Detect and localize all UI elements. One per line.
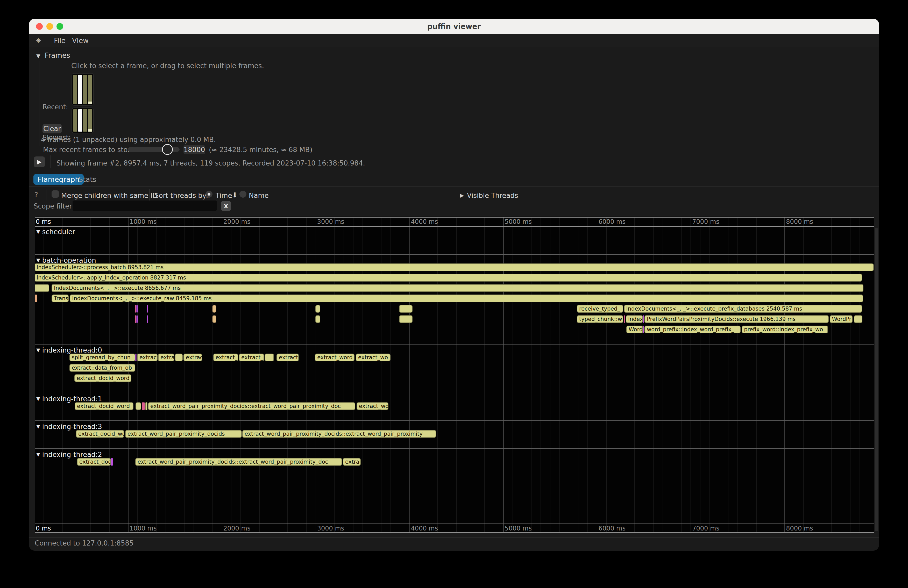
flamegraph-span-IndexDocuments_[interactable]: IndexDocuments<_, _>::execute_prefix_dat…: [624, 305, 862, 313]
flamegraph-span-extract[interactable]: extract: [277, 353, 299, 361]
flamegraph-span-extract_[interactable]: extract_: [239, 353, 264, 361]
help-button[interactable]: ?: [34, 191, 38, 199]
flamegraph-span[interactable]: [147, 305, 148, 313]
flamegraph-span[interactable]: [35, 245, 35, 253]
flamegraph-span-typed_chunk::w[interactable]: typed_chunk::w: [577, 315, 623, 323]
thread-header-batch-operation[interactable]: ▼batch-operation: [36, 257, 96, 264]
visible-threads-header[interactable]: Visible Threads: [467, 192, 518, 199]
flamegraph-span[interactable]: [175, 353, 183, 361]
menu-view[interactable]: View: [72, 37, 89, 45]
flamegraph-span[interactable]: [624, 315, 625, 323]
thread-header-indexing-thread:3[interactable]: ▼indexing-thread:3: [36, 423, 102, 431]
flamegraph-span-extract_word_pair_proximity_docids::extr[interactable]: extract_word_pair_proximity_docids::extr…: [242, 430, 436, 438]
flamegraph-span-word_prefix::index_word_prefix_[interactable]: word_prefix::index_word_prefix_: [644, 326, 741, 333]
flamegraph-span-extract_word_pair_proximity_docids[interactable]: extract_word_pair_proximity_docids: [125, 430, 242, 438]
flamegraph-span[interactable]: [111, 458, 113, 466]
flamegraph-span-index[interactable]: index: [626, 315, 643, 323]
vertical-scrollbar[interactable]: [875, 228, 878, 531]
flamegraph-span-split_grenad_by_chun[interactable]: split_grenad_by_chun: [69, 353, 135, 361]
collapse-icon: ▼: [36, 257, 40, 263]
flamegraph-span[interactable]: [35, 294, 37, 302]
flamegraph-span-extract[interactable]: extract: [137, 353, 158, 361]
flamegraph-span-extract_doc[interactable]: extract_doc: [77, 458, 111, 466]
flamegraph-span[interactable]: [136, 305, 138, 313]
frames-section-header[interactable]: ▼ Frames: [36, 51, 70, 59]
thread-header-indexing-thread:2[interactable]: ▼indexing-thread:2: [36, 451, 102, 458]
merge-children-checkbox[interactable]: [52, 190, 59, 198]
flamegraph-span-Trans[interactable]: Trans: [52, 294, 69, 302]
merge-children-label[interactable]: Merge children with same ID: [61, 192, 158, 199]
menu-file[interactable]: File: [54, 37, 66, 45]
clear-button[interactable]: Clear: [42, 124, 62, 133]
flamegraph-span[interactable]: [212, 305, 216, 313]
flamegraph-span-extract_wo[interactable]: extract_wo: [356, 353, 391, 361]
scope-filter-clear-button[interactable]: x: [221, 201, 231, 211]
title-bar[interactable]: puffin viewer: [29, 19, 879, 34]
divider: [149, 189, 150, 201]
flamegraph-span-extract_[interactable]: extract_: [213, 353, 238, 361]
flamegraph-span-extract_wo[interactable]: extract_wo: [357, 402, 388, 410]
menu-bar: ✳ File View: [29, 34, 879, 47]
flamegraph-span-extract_docid_word[interactable]: extract_docid_word: [76, 430, 124, 438]
flamegraph-span[interactable]: [316, 305, 320, 313]
sort-time-radio[interactable]: [206, 191, 213, 198]
visible-threads-collapse-icon[interactable]: ▶: [460, 192, 464, 198]
thread-header-scheduler[interactable]: ▼scheduler: [36, 228, 75, 236]
axis-tick-label: 6000 ms: [598, 218, 626, 225]
flamegraph-span-extrac[interactable]: extrac: [184, 353, 202, 361]
flamegraph-span[interactable]: [643, 326, 644, 333]
flamegraph-span[interactable]: [142, 402, 145, 410]
flamegraph-span-IndexDocuments_[interactable]: IndexDocuments<_, _>::execute 8656.677 m…: [52, 284, 863, 292]
flamegraph-span[interactable]: [136, 315, 138, 323]
flamegraph-span-extrac[interactable]: extrac: [343, 458, 361, 466]
recent-frame-thumbnail[interactable]: [71, 73, 94, 106]
flamegraph-span[interactable]: [147, 315, 148, 323]
flamegraph-span[interactable]: [264, 353, 274, 361]
frame-thumb-bar-tip: [88, 101, 92, 104]
flamegraph-span-WordPr[interactable]: WordPr: [830, 315, 853, 323]
flamegraph-span-extract_docid_word[interactable]: extract_docid_word: [75, 402, 134, 410]
flamegraph-span-extract_word[interactable]: extract_word: [315, 353, 354, 361]
flamegraph-span[interactable]: [643, 315, 644, 323]
thread-separator: [35, 254, 874, 255]
sort-direction-arrow-icon[interactable]: ⬇: [232, 191, 238, 199]
flamegraph-span-IndexScheduler::apply_index_operation[interactable]: IndexScheduler>::apply_index_operation 8…: [35, 274, 862, 281]
flamegraph-span-extract_word_pair_proximity_docids::extr[interactable]: extract_word_pair_proximity_docids::extr…: [135, 458, 342, 466]
flamegraph-span[interactable]: [145, 402, 147, 410]
sort-name-radio[interactable]: [240, 191, 246, 198]
theme-toggle-icon[interactable]: ✳: [35, 37, 42, 45]
play-button[interactable]: ▶: [34, 156, 45, 167]
flamegraph-span[interactable]: [135, 402, 141, 410]
flamegraph-span-IndexScheduler::process_batch[interactable]: IndexScheduler>::process_batch 8953.821 …: [35, 263, 874, 271]
max-frames-slider-knob[interactable]: [162, 144, 173, 155]
flamegraph-span-receive_typed_[interactable]: receive_typed_: [577, 305, 623, 313]
thread-header-indexing-thread:1[interactable]: ▼indexing-thread:1: [36, 395, 102, 403]
axis-tick-label: 2000 ms: [223, 525, 251, 532]
flamegraph-span-IndexDocuments_[interactable]: IndexDocuments<_, _>::execute_raw 8459.1…: [70, 294, 863, 302]
scope-filter-input[interactable]: [72, 201, 217, 211]
tab-stats[interactable]: Stats: [74, 174, 101, 185]
flamegraph-span[interactable]: [135, 353, 137, 361]
flamegraph-span[interactable]: [316, 315, 320, 323]
flamegraph-span[interactable]: [854, 315, 862, 323]
flamegraph-span-prefix_word::index_prefix_wo[interactable]: prefix_word::index_prefix_wo: [742, 326, 828, 333]
collapse-icon: ▼: [36, 53, 40, 59]
flamegraph-span[interactable]: [399, 305, 412, 313]
flamegraph-span-PrefixWordPairsProximityDocids::execute[interactable]: PrefixWordPairsProximityDocids::execute …: [644, 315, 828, 323]
slowest-frame-thumbnail[interactable]: [71, 108, 94, 133]
flamegraph-span-extract::data_from_ob[interactable]: extract::data_from_ob: [69, 364, 135, 372]
sort-time-label[interactable]: Time: [216, 192, 232, 199]
flamegraph-span[interactable]: [35, 235, 35, 243]
flamegraph-span-Word[interactable]: Word: [626, 326, 643, 333]
max-frames-value[interactable]: 18000: [184, 145, 205, 154]
flamegraph-span-extra[interactable]: extra: [158, 353, 174, 361]
flamegraph-canvas[interactable]: 0 ms1000 ms2000 ms3000 ms4000 ms5000 ms6…: [35, 217, 874, 533]
flamegraph-span[interactable]: [399, 315, 412, 323]
flamegraph-span[interactable]: [212, 315, 216, 323]
sort-name-label[interactable]: Name: [249, 192, 269, 199]
max-frames-label: Max recent frames to store:: [43, 146, 137, 154]
flamegraph-span-extract_docid_word[interactable]: extract_docid_word: [74, 374, 131, 382]
thread-header-indexing-thread:0[interactable]: ▼indexing-thread:0: [36, 346, 102, 354]
flamegraph-span[interactable]: [35, 284, 49, 292]
flamegraph-span-extract_word_pair_proximity_docids::extr[interactable]: extract_word_pair_proximity_docids::extr…: [148, 402, 355, 410]
